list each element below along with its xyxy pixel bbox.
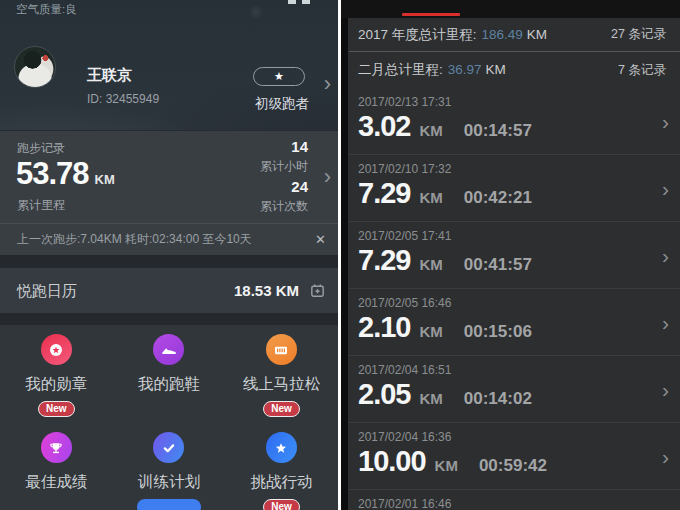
grid-item-label: 线上马拉松 bbox=[243, 374, 321, 395]
last-run-text: 上一次跑步:7.04KM 耗时:02:34:00 至今10天 bbox=[17, 224, 252, 255]
grid-item-online-marathon[interactable]: 线上马拉松 New bbox=[225, 334, 338, 417]
record-distance-unit: KM bbox=[419, 189, 442, 206]
star-icon bbox=[266, 432, 297, 463]
chevron-right-icon: › bbox=[662, 177, 669, 201]
statusbar-fragment-icon bbox=[288, 0, 296, 4]
plan-progress-badge bbox=[137, 499, 201, 510]
month-summary-label: 二月总计里程: bbox=[358, 61, 443, 79]
month-summary-unit: KM bbox=[486, 62, 506, 77]
run-record[interactable]: 2017/02/04 16:51 2.05 KM 00:14:02 › bbox=[349, 356, 680, 423]
record-datetime: 2017/02/05 16:46 bbox=[358, 296, 451, 310]
medal-icon bbox=[41, 334, 72, 365]
total-runs-value: 24 bbox=[260, 177, 308, 196]
record-datetime: 2017/02/10 17:32 bbox=[358, 162, 451, 176]
record-datetime: 2017/02/01 16:46 bbox=[358, 497, 451, 510]
grid-item-medals[interactable]: 我的勋章 New bbox=[0, 334, 113, 417]
month-summary-row: 二月总计里程: 36.97 KM 7 条记录 bbox=[349, 52, 680, 88]
checkmark-icon bbox=[153, 432, 184, 463]
year-summary-value: 186.49 bbox=[482, 27, 523, 42]
record-duration: 00:41:57 bbox=[464, 255, 532, 275]
chevron-right-icon[interactable]: › bbox=[324, 73, 331, 95]
section-divider bbox=[0, 313, 338, 325]
user-id: ID: 32455949 bbox=[87, 92, 159, 106]
chevron-right-icon: › bbox=[662, 378, 669, 402]
chevron-right-icon: › bbox=[662, 311, 669, 335]
run-history-panel: 2017 年度总计里程: 186.49 KM 27 条记录 二月总计里程: 36… bbox=[341, 0, 680, 510]
section-divider bbox=[0, 255, 338, 268]
chevron-right-icon: › bbox=[662, 244, 669, 268]
chevron-right-icon: › bbox=[662, 110, 669, 134]
profile-panel: 空气质量:良 王联京 ID: 32455949 ★ 初级跑者 › 跑步记录 53… bbox=[0, 0, 338, 510]
total-distance-value: 53.78 bbox=[16, 156, 89, 192]
record-duration: 00:59:42 bbox=[479, 456, 547, 476]
record-duration: 00:14:02 bbox=[464, 389, 532, 409]
run-record[interactable]: 2017/02/01 16:46 bbox=[349, 490, 680, 510]
active-tab-indicator bbox=[402, 13, 460, 16]
year-summary-row: 2017 年度总计里程: 186.49 KM 27 条记录 bbox=[349, 18, 680, 52]
profile-banner: 空气质量:良 王联京 ID: 32455949 ★ 初级跑者 › bbox=[0, 0, 338, 130]
grid-item-training-plan[interactable]: 训练计划 bbox=[113, 432, 226, 510]
record-distance: 3.02 bbox=[358, 108, 410, 144]
new-badge: New bbox=[263, 499, 300, 510]
trophy-icon bbox=[41, 432, 72, 463]
record-duration: 00:15:06 bbox=[464, 322, 532, 342]
last-run-bar: 上一次跑步:7.04KM 耗时:02:34:00 至今10天 ✕ bbox=[0, 223, 338, 255]
run-record[interactable]: 2017/02/10 17:32 7.29 KM 00:42:21 › bbox=[349, 155, 680, 222]
run-calendar-row[interactable]: 悦跑日历 18.53 KM bbox=[0, 268, 338, 313]
record-datetime: 2017/02/04 16:36 bbox=[358, 430, 451, 444]
grid-item-label: 挑战行动 bbox=[250, 472, 312, 493]
run-record[interactable]: 2017/02/04 16:36 10.00 KM 00:59:42 › bbox=[349, 423, 680, 490]
running-stats-card[interactable]: 跑步记录 53.78 KM 累计里程 14 累计小时 24 累计次数 › bbox=[0, 130, 338, 223]
calendar-label: 悦跑日历 bbox=[17, 268, 77, 313]
record-datetime: 2017/02/13 17:31 bbox=[358, 95, 451, 109]
year-summary-label: 2017 年度总计里程: bbox=[358, 26, 477, 44]
new-badge: New bbox=[263, 401, 300, 417]
total-distance-unit: KM bbox=[95, 172, 115, 187]
chevron-right-icon: › bbox=[662, 445, 669, 469]
close-icon[interactable]: ✕ bbox=[315, 224, 326, 255]
calendar-plus-icon bbox=[309, 282, 326, 299]
level-label: 初级跑者 bbox=[255, 95, 309, 113]
level-star-badge[interactable]: ★ bbox=[253, 67, 305, 86]
record-distance-unit: KM bbox=[419, 390, 442, 407]
month-record-count: 7 条记录 bbox=[618, 62, 666, 79]
chevron-right-icon[interactable]: › bbox=[324, 166, 331, 188]
user-name: 王联京 bbox=[87, 66, 132, 85]
record-distance-unit: KM bbox=[419, 122, 442, 139]
grid-item-shoes[interactable]: 我的跑鞋 bbox=[113, 334, 226, 417]
year-summary-unit: KM bbox=[527, 27, 547, 42]
run-record-list: 2017/02/13 17:31 3.02 KM 00:14:57 › 2017… bbox=[341, 88, 680, 510]
air-quality-label: 空气质量:良 bbox=[16, 2, 77, 17]
tab-bar[interactable] bbox=[341, 0, 680, 18]
stats-title: 跑步记录 bbox=[17, 140, 65, 157]
total-runs-label: 累计次数 bbox=[260, 196, 308, 217]
year-record-count: 27 条记录 bbox=[611, 26, 666, 43]
record-duration: 00:42:21 bbox=[464, 188, 532, 208]
run-record[interactable]: 2017/02/05 16:46 2.10 KM 00:15:06 › bbox=[349, 289, 680, 356]
feature-grid: 我的勋章 New 我的跑鞋 bbox=[0, 325, 338, 510]
grid-item-label: 最佳成绩 bbox=[25, 472, 87, 493]
grid-item-label: 我的勋章 bbox=[25, 374, 87, 395]
grid-item-challenge[interactable]: 挑战行动 New bbox=[225, 432, 338, 510]
record-distance: 7.29 bbox=[358, 175, 410, 211]
record-distance-unit: KM bbox=[435, 457, 458, 474]
grid-item-best-results[interactable]: 最佳成绩 bbox=[0, 432, 113, 510]
record-distance: 2.10 bbox=[358, 309, 410, 345]
record-distance: 7.29 bbox=[358, 242, 410, 278]
statusbar-fragment-icon bbox=[302, 0, 310, 4]
run-record[interactable]: 2017/02/05 17:41 7.29 KM 00:41:57 › bbox=[349, 222, 680, 289]
grid-item-label: 我的跑鞋 bbox=[138, 374, 200, 395]
record-duration: 00:14:57 bbox=[464, 121, 532, 141]
grid-item-label: 训练计划 bbox=[138, 472, 200, 493]
new-badge: New bbox=[38, 401, 75, 417]
record-distance-unit: KM bbox=[419, 256, 442, 273]
calendar-distance: 18.53 KM bbox=[234, 282, 299, 299]
record-distance: 10.00 bbox=[358, 443, 426, 479]
star-icon: ★ bbox=[274, 70, 284, 82]
record-distance: 2.05 bbox=[358, 376, 410, 412]
run-record[interactable]: 2017/02/13 17:31 3.02 KM 00:14:57 › bbox=[349, 88, 680, 155]
avatar[interactable] bbox=[14, 46, 56, 88]
record-distance-unit: KM bbox=[419, 323, 442, 340]
total-hours-value: 14 bbox=[260, 137, 308, 156]
running-shoe-icon bbox=[153, 334, 184, 365]
